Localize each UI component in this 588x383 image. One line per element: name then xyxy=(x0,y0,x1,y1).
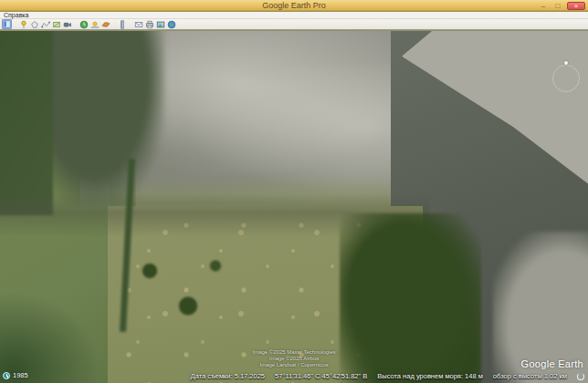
minimize-button[interactable]: – xyxy=(538,2,549,10)
ruler-button[interactable] xyxy=(117,19,127,29)
historical-year-label: 1985 xyxy=(13,371,28,379)
historical-imagery-button[interactable] xyxy=(79,19,89,29)
terrain-tree-clusters xyxy=(128,241,237,341)
menubar: Справка xyxy=(0,12,588,19)
elevation-label: Высота над уровнем моря: 148 м xyxy=(377,372,483,380)
statusbar: Дата съемки: 5.17.2025 57°11'31.46" С 45… xyxy=(191,372,584,380)
window-controls: – □ × xyxy=(538,1,585,10)
terrain-west-field-dark-corner xyxy=(0,292,100,383)
history-clock-icon xyxy=(79,20,89,29)
sidebar-toggle-button[interactable] xyxy=(2,19,12,29)
placemark-pin-icon xyxy=(19,20,28,29)
attribution-line: Image ©2025 Airbus xyxy=(252,356,335,362)
email-button[interactable] xyxy=(133,19,143,29)
polygon-icon xyxy=(30,20,39,29)
add-image-overlay-button[interactable] xyxy=(51,19,61,29)
attribution-line: Image Landsat / Copernicus xyxy=(252,362,335,368)
image-overlay-icon xyxy=(52,20,61,29)
add-polygon-button[interactable] xyxy=(29,19,39,29)
add-path-button[interactable] xyxy=(40,19,50,29)
terrain-west-forest-strip xyxy=(0,31,53,215)
record-tour-button[interactable] xyxy=(62,19,72,29)
toolbar xyxy=(0,19,588,30)
sun-icon xyxy=(90,20,100,29)
globe-icon xyxy=(167,20,176,29)
saturn-icon xyxy=(101,20,110,29)
envelope-icon xyxy=(134,20,143,29)
historical-clock-icon xyxy=(3,372,10,379)
print-button[interactable] xyxy=(144,19,154,29)
stream-progress-icon xyxy=(577,373,584,380)
compass-ring[interactable] xyxy=(552,65,580,92)
sidebar-toggle-icon xyxy=(3,20,11,28)
window-title: Google Earth Pro xyxy=(262,0,326,11)
google-earth-window: Google Earth Pro – □ × Справка xyxy=(0,0,588,383)
camcorder-icon xyxy=(63,20,72,29)
ruler-icon xyxy=(118,20,127,29)
coordinates-label: 57°11'31.46" С 45°42'51.82" В xyxy=(275,372,367,380)
planets-button[interactable] xyxy=(100,19,110,29)
compass-north-bead xyxy=(564,61,568,65)
attribution-line: Image ©2025 Maxar Technologies xyxy=(252,349,335,356)
terrain-center-forest-patch xyxy=(340,213,481,383)
add-placemark-button[interactable] xyxy=(18,19,28,29)
google-earth-watermark: Google Earth xyxy=(521,358,583,369)
imagery-attribution: Image ©2025 Maxar Technologies Image ©20… xyxy=(252,349,335,368)
titlebar[interactable]: Google Earth Pro – □ × xyxy=(0,0,588,11)
maximize-button[interactable]: □ xyxy=(552,2,563,10)
close-button[interactable]: × xyxy=(567,2,585,10)
photo-icon xyxy=(156,20,165,29)
sunlight-button[interactable] xyxy=(89,19,100,29)
historical-imagery-indicator[interactable]: 1985 xyxy=(3,371,28,379)
imagery-date-label: Дата съемки: 5.17.2025 xyxy=(191,372,265,380)
terrain-topleft-forest xyxy=(37,31,164,206)
earth-viewport[interactable]: Image ©2025 Maxar Technologies Image ©20… xyxy=(0,31,588,383)
save-image-button[interactable] xyxy=(155,19,165,29)
view-in-google-maps-button[interactable] xyxy=(166,19,176,29)
menu-help[interactable]: Справка xyxy=(0,12,32,19)
path-icon xyxy=(41,20,50,29)
printer-icon xyxy=(145,20,154,29)
eye-altitude-label: обзор с высоты 1.02 км xyxy=(493,372,567,380)
